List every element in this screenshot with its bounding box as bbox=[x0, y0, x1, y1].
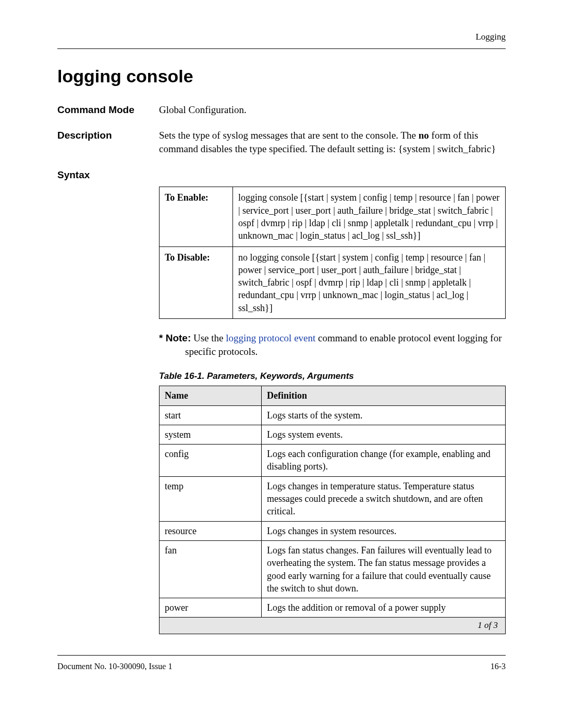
footer-pagenum: 16-3 bbox=[491, 661, 506, 672]
param-header-definition: Definition bbox=[262, 386, 506, 405]
table-row: config Logs each configuration change (f… bbox=[160, 445, 506, 477]
command-mode-label: Command Mode bbox=[57, 103, 159, 117]
syntax-row: Syntax bbox=[57, 168, 506, 182]
param-definition: Logs fan status changes. Fan failures wi… bbox=[262, 540, 506, 598]
description-text-pre: Sets the type of syslog messages that ar… bbox=[159, 130, 419, 141]
param-name: power bbox=[160, 598, 262, 618]
note-block: * Note: Use the logging protocol event c… bbox=[159, 331, 506, 358]
param-definition: Logs the addition or removal of a power … bbox=[262, 598, 506, 618]
table-row: system Logs system events. bbox=[160, 425, 506, 444]
syntax-enable-label: To Enable: bbox=[160, 187, 233, 246]
param-definition: Logs changes in temperature status. Temp… bbox=[262, 476, 506, 521]
footer-docnum: Document No. 10-300090, Issue 1 bbox=[57, 661, 172, 672]
header-section-label: Logging bbox=[57, 31, 506, 43]
description-bold-word: no bbox=[419, 130, 429, 141]
description-label: Description bbox=[57, 129, 159, 142]
param-header-name: Name bbox=[160, 386, 262, 405]
note-label: * Note: bbox=[159, 332, 191, 343]
param-name: config bbox=[160, 445, 262, 477]
syntax-table: To Enable: logging console [{start | sys… bbox=[159, 187, 506, 319]
command-mode-row: Command Mode Global Configuration. bbox=[57, 103, 506, 117]
param-name: start bbox=[160, 405, 262, 425]
footer: Document No. 10-300090, Issue 1 16-3 bbox=[57, 655, 506, 672]
page-title: logging console bbox=[57, 65, 506, 89]
table-pager-row: 1 of 3 bbox=[160, 618, 506, 634]
syntax-row-enable: To Enable: logging console [{start | sys… bbox=[160, 187, 506, 246]
param-definition: Logs starts of the system. bbox=[262, 405, 506, 425]
param-definition: Logs system events. bbox=[262, 425, 506, 444]
param-name: temp bbox=[160, 476, 262, 521]
note-pre: Use the bbox=[191, 332, 226, 343]
header-rule bbox=[57, 48, 506, 49]
param-name: fan bbox=[160, 540, 262, 598]
table-row: fan Logs fan status changes. Fan failure… bbox=[160, 540, 506, 598]
syntax-disable-text: no logging console [{start | system | co… bbox=[233, 246, 506, 318]
param-definition: Logs each configuration change (for exam… bbox=[262, 445, 506, 477]
syntax-disable-label: To Disable: bbox=[160, 246, 233, 318]
table-row: power Logs the addition or removal of a … bbox=[160, 598, 506, 618]
param-table: Name Definition start Logs starts of the… bbox=[159, 386, 506, 634]
param-header-row: Name Definition bbox=[160, 386, 506, 405]
table-row: start Logs starts of the system. bbox=[160, 405, 506, 425]
table-caption: Table 16-1. Parameters, Keywords, Argume… bbox=[159, 371, 506, 382]
description-row: Description Sets the type of syslog mess… bbox=[57, 129, 506, 155]
table-pager: 1 of 3 bbox=[160, 618, 506, 634]
command-mode-value: Global Configuration. bbox=[159, 103, 506, 117]
param-name: system bbox=[160, 425, 262, 444]
note-link[interactable]: logging protocol event bbox=[226, 332, 315, 343]
description-value: Sets the type of syslog messages that ar… bbox=[159, 129, 506, 155]
syntax-enable-text: logging console [{start | system | confi… bbox=[233, 187, 506, 246]
table-row: temp Logs changes in temperature status.… bbox=[160, 476, 506, 521]
syntax-row-disable: To Disable: no logging console [{start |… bbox=[160, 246, 506, 318]
param-definition: Logs changes in system resources. bbox=[262, 521, 506, 540]
table-row: resource Logs changes in system resource… bbox=[160, 521, 506, 540]
syntax-label: Syntax bbox=[57, 168, 159, 182]
syntax-table-wrap: To Enable: logging console [{start | sys… bbox=[159, 187, 506, 634]
param-name: resource bbox=[160, 521, 262, 540]
